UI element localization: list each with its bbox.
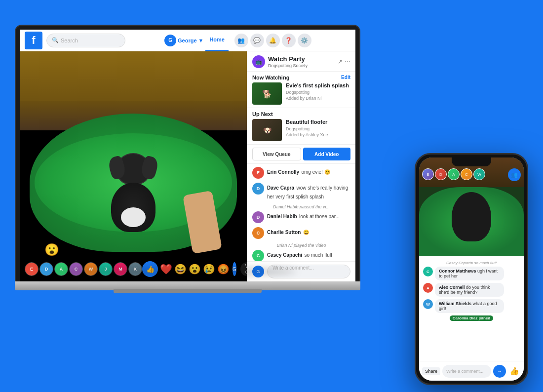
nav-icons: 👥 💬 🔔 ❓ ⚙️ (234, 34, 311, 47)
daniel-message: Daniel Habib look at those par... (267, 211, 340, 220)
wp-subtitle-text: Dogspotting Society (268, 63, 308, 68)
casey-message: Casey Capachi so much fluff (267, 250, 332, 259)
dog-body (99, 153, 168, 232)
phone-avatar-3: A (448, 168, 460, 180)
reaction-overlay: 😮 (44, 243, 59, 257)
phone-share-button[interactable]: Share (422, 367, 440, 375)
now-watching-section: Now Watching Edit Evie's first splish sp… (247, 72, 355, 108)
nav-user[interactable]: G George ▼ (164, 35, 203, 46)
charlie-message: Charlie Sutton 😄 (267, 227, 309, 236)
system-msg-2: Brian Ni played the video (252, 243, 350, 248)
facebook-logo[interactable]: f (25, 32, 42, 49)
phone-carolina-joined: Carolina Diaz joined (423, 315, 520, 321)
laptop-foot (114, 289, 262, 293)
messenger-icon[interactable]: 💬 (250, 34, 264, 47)
reaction-emoji: 😮 (44, 243, 59, 256)
search-placeholder: Search (61, 38, 78, 43)
viewer-avatar-2: D (39, 262, 53, 276)
phone-send-button[interactable]: → (493, 365, 506, 378)
phone-people-icon[interactable]: 👥 (508, 168, 521, 181)
watch-party-title: Watch Party (268, 55, 308, 63)
phone-alex-bubble: Alex Cornell do you think she'd be my fr… (435, 283, 504, 297)
search-bar[interactable]: 🔍 Search (46, 34, 125, 47)
facebook-nav: f 🔍 Search G George ▼ Home � (20, 30, 355, 51)
daniel-avatar: D (252, 211, 264, 223)
video-scene: 😮 (20, 51, 247, 281)
phone-comment-input[interactable]: Write a comment... (442, 365, 491, 378)
phone-avatar-2: D (435, 168, 447, 180)
now-watching-added-by: Added by Brian Ni (286, 96, 350, 101)
user-avatar: G (164, 35, 176, 46)
erin-text: omg evie! 😊 (301, 169, 330, 175)
phone-william-name: William Shields (439, 301, 471, 306)
watch-party-title-info: Watch Party Dogspotting Society (268, 55, 308, 68)
up-next-title: Beautiful floofer (286, 119, 350, 125)
phone-notch (452, 157, 491, 166)
settings-icon[interactable]: ⚙️ (298, 34, 311, 47)
casey-name: Casey Capachi (267, 252, 302, 258)
phone-connor-avatar: C (423, 267, 433, 276)
video-area: 😮 E D A C W J M K (20, 51, 247, 281)
now-watching-channel: Dogspotting (286, 90, 350, 95)
nav-center: G George ▼ Home 👥 💬 🔔 ❓ ⚙️ (125, 30, 350, 51)
now-watching-thumbnail (252, 82, 282, 105)
up-next-thumbnail: 🐶 (252, 119, 282, 141)
dog-ear-left (107, 155, 127, 180)
laptop-screen: f 🔍 Search G George ▼ Home � (20, 30, 355, 281)
charlie-avatar: C (252, 227, 264, 239)
phone-connor-name: Connor Matthews (439, 269, 476, 274)
view-queue-button[interactable]: View Queue (252, 148, 301, 160)
daniel-text: look at those par... (299, 214, 340, 219)
phone-viewer-avatars: E D A C W 👥 (422, 168, 521, 181)
phone-chat: Casey Capachi so much fluff C Connor Mat… (419, 256, 524, 361)
system-msg-1: Daniel Habib paused the vi... (252, 204, 350, 209)
notifications-icon[interactable]: 🔔 (266, 34, 280, 47)
chat-messages: E Erin Connolly omg evie! 😊 D Dave Capra… (247, 164, 355, 261)
laptop: f 🔍 Search G George ▼ Home � (15, 25, 370, 360)
dog-chest (121, 207, 146, 227)
phone-alex-name: Alex Cornell (439, 285, 465, 290)
watch-party-title-row: 📺 Watch Party Dogspotting Society ↗ ⋯ (252, 55, 350, 68)
up-next-thumb-scene: 🐶 (252, 119, 282, 141)
erin-name: Erin Connolly (267, 169, 299, 175)
phone-like-button[interactable]: 👍 (508, 365, 521, 378)
casey-text: so much fluff (305, 252, 333, 258)
watch-party-subtitle: Dogspotting Society (268, 63, 308, 68)
phone-connor-bubble: Connor Matthews ugh i want to pet her (435, 267, 504, 280)
phone-msg-alex: A Alex Cornell do you think she'd be my … (423, 283, 520, 297)
up-next-label: Up Next (252, 111, 350, 117)
help-icon[interactable]: ❓ (282, 34, 296, 47)
nav-home[interactable]: Home (205, 30, 229, 51)
more-icon[interactable]: ⋯ (345, 58, 350, 65)
phone-avatar-1: E (422, 168, 434, 180)
watch-party-icon: 📺 (252, 55, 265, 68)
phone-avatar-4: C (461, 168, 472, 180)
dave-name: Dave Capra (267, 185, 294, 191)
chat-message-daniel: D Daniel Habib look at those par... (252, 211, 350, 223)
phone-bottom-bar: Share Write a comment... → 👍 (419, 361, 524, 381)
up-next-section: Up Next 🐶 Beautiful floofer Dogspotting … (247, 108, 355, 145)
daniel-name: Daniel Habib (267, 214, 297, 219)
erin-avatar: E (252, 167, 264, 179)
queue-buttons: View Queue Add Video (247, 145, 355, 164)
casey-avatar: C (252, 250, 264, 261)
up-next-added-by: Added by Ashley Xue (286, 132, 350, 137)
friends-icon[interactable]: 👥 (234, 34, 248, 47)
now-watching-title: Evie's first splish splash (286, 82, 350, 89)
chat-message-dave: D Dave Capra wow she's really having her… (252, 183, 350, 200)
viewer-avatar-1: E (25, 262, 39, 276)
watch-party-panel: 📺 Watch Party Dogspotting Society ↗ ⋯ (247, 51, 355, 281)
main-content: 😮 E D A C W J M K (20, 51, 355, 281)
charlie-name: Charlie Sutton (267, 230, 301, 235)
search-icon: 🔍 (52, 37, 59, 43)
phone-msg-connor: C Connor Matthews ugh i want to pet her (423, 267, 520, 280)
laptop-shadow (49, 267, 296, 276)
add-video-button[interactable]: Add Video (303, 148, 351, 160)
share-icon[interactable]: ↗ (338, 58, 343, 65)
dropdown-icon: ▼ (198, 38, 204, 43)
chat-message-erin: E Erin Connolly omg evie! 😊 (252, 167, 350, 179)
chat-message-charlie: C Charlie Sutton 😄 (252, 227, 350, 239)
chat-message-casey: C Casey Capachi so much fluff (252, 250, 350, 261)
dog-head (116, 153, 151, 185)
edit-link[interactable]: Edit (341, 75, 350, 80)
